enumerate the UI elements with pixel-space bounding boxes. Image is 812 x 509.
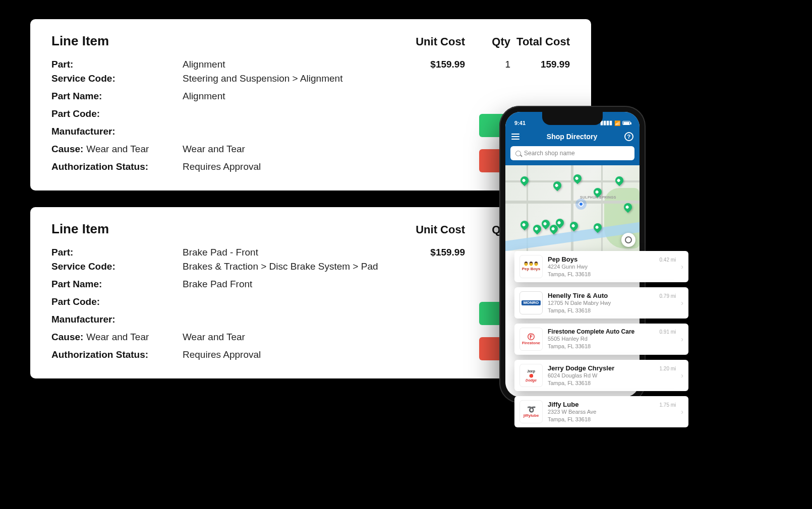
- app-bar: Shop Directory ?: [505, 127, 640, 146]
- shop-distance: 0.42 mi: [660, 257, 676, 263]
- value-part-name: Alignment: [183, 91, 394, 102]
- shop-row[interactable]: ➰jiffylube Jiffy Lube 1.75 mi 2323 W Bea…: [514, 396, 688, 427]
- value-part-name: Brake Pad Front: [183, 279, 394, 290]
- shop-logo: MONRO: [519, 291, 543, 314]
- label-part: Part:: [51, 247, 73, 258]
- chevron-right-icon: ›: [681, 335, 683, 343]
- label-part-name: Part Name:: [51, 279, 102, 290]
- label-auth-status: Authorization Status:: [51, 161, 148, 172]
- value-manufacturer: [183, 126, 394, 137]
- shop-distance: 1.75 mi: [660, 402, 676, 408]
- shop-row[interactable]: Jeep🔴Dodge Jerry Dodge Chrysler 1.20 mi …: [514, 360, 688, 391]
- value-cause: Wear and Tear: [183, 332, 394, 343]
- chevron-right-icon: ›: [681, 263, 683, 271]
- help-icon[interactable]: ?: [624, 132, 633, 141]
- shop-address-line2: Tampa, FL 33618: [548, 416, 676, 423]
- shop-address-line1: 5505 Hanley Rd: [548, 335, 676, 343]
- wifi-icon: [614, 120, 620, 126]
- chevron-right-icon: ›: [681, 299, 683, 307]
- label-manufacturer: Manufacturer:: [51, 314, 115, 325]
- shop-logo: ➰jiffylube: [519, 400, 543, 423]
- header-total-cost: Total Cost: [510, 35, 570, 48]
- label-cause: Cause:: [51, 144, 83, 155]
- label-part: Part:: [51, 59, 73, 70]
- shop-logo: Jeep🔴Dodge: [519, 364, 543, 387]
- header-line-item: Line Item: [51, 33, 394, 49]
- label-part-code: Part Code:: [51, 108, 100, 119]
- value-total-cost: 159.99: [510, 59, 570, 70]
- search-icon: [515, 151, 521, 156]
- search-input[interactable]: Search shop name: [510, 146, 634, 160]
- shop-address-line2: Tampa, FL 33618: [548, 379, 676, 387]
- value-manufacturer: [183, 314, 394, 325]
- value-part-code: [183, 108, 394, 119]
- search-placeholder: Search shop name: [524, 150, 575, 157]
- map-pin-icon[interactable]: [532, 223, 543, 235]
- app-title: Shop Directory: [547, 133, 597, 141]
- shop-logo: ⒻFirestone: [519, 328, 543, 351]
- shop-name: Jiffy Lube: [548, 401, 578, 408]
- shop-row[interactable]: MONRO Henelly Tire & Auto 0.79 mi 12705 …: [514, 287, 688, 319]
- shop-distance: 0.79 mi: [660, 293, 676, 299]
- map-pin-icon[interactable]: [614, 175, 625, 186]
- map-view[interactable]: SULPHUR SPRINGS: [505, 165, 640, 251]
- phone-notch: [542, 112, 603, 125]
- value-unit-cost: $159.99: [394, 247, 465, 258]
- header-qty: Qty: [465, 35, 510, 48]
- label-part-name: Part Name:: [51, 91, 102, 102]
- label-manufacturer: Manufacturer:: [51, 126, 115, 137]
- shop-address-line2: Tampa, FL 33618: [548, 271, 676, 278]
- value-cause-inline: Wear and Tear: [86, 332, 149, 343]
- header-unit-cost: Unit Cost: [394, 35, 465, 48]
- label-part-code: Part Code:: [51, 296, 100, 307]
- status-time: 9:41: [514, 120, 526, 126]
- shop-address-line2: Tampa, FL 33618: [548, 307, 676, 314]
- chevron-right-icon: ›: [681, 408, 683, 416]
- label-cause: Cause:: [51, 332, 83, 343]
- shop-address-line2: Tampa, FL 33618: [548, 343, 676, 350]
- shop-distance: 0.91 mi: [660, 329, 676, 335]
- label-service-code: Service Code:: [51, 73, 115, 84]
- map-pin-icon[interactable]: [568, 220, 580, 232]
- shop-row[interactable]: ⒻFirestone Firestone Complete Auto Care …: [514, 324, 688, 355]
- header-line-item: Line Item: [51, 221, 394, 237]
- value-service-code: Steering and Suspension > Alignment: [183, 73, 394, 84]
- shop-row[interactable]: 👨👨👨Pep Boys Pep Boys 0.42 mi 4224 Gunn H…: [514, 251, 688, 282]
- shop-address-line1: 6024 Douglas Rd W: [548, 372, 676, 379]
- value-cause: Wear and Tear: [183, 144, 394, 155]
- locate-me-button[interactable]: [621, 233, 635, 247]
- label-auth-status: Authorization Status:: [51, 349, 148, 360]
- value-unit-cost: $159.99: [394, 59, 465, 70]
- shop-name: Firestone Complete Auto Care: [548, 328, 634, 335]
- shop-address-line1: 12705 N Dale Mabry Hwy: [548, 299, 676, 307]
- value-service-code: Brakes & Traction > Disc Brake System > …: [183, 261, 394, 272]
- shop-name: Jerry Dodge Chrysler: [548, 364, 614, 372]
- value-part: Brake Pad - Front: [183, 247, 394, 258]
- shop-address-line1: 2323 W Bearss Ave: [548, 408, 676, 416]
- shop-address-line1: 4224 Gunn Hwy: [548, 263, 676, 271]
- value-part-code: [183, 296, 394, 307]
- shop-logo: 👨👨👨Pep Boys: [519, 255, 543, 278]
- map-pin-icon[interactable]: [519, 219, 531, 231]
- chevron-right-icon: ›: [681, 371, 683, 379]
- value-auth-status: Requires Approval: [183, 349, 394, 360]
- shop-distance: 1.20 mi: [660, 366, 676, 371]
- value-qty: 1: [465, 59, 510, 70]
- shop-name: Henelly Tire & Auto: [548, 292, 608, 299]
- menu-icon[interactable]: [511, 134, 519, 140]
- label-service-code: Service Code:: [51, 261, 115, 272]
- current-location-dot: [578, 202, 584, 207]
- signal-icon: ▮▮▮▮: [600, 119, 612, 126]
- battery-icon: [622, 121, 630, 125]
- value-part: Alignment: [183, 59, 394, 70]
- map-pin-icon[interactable]: [519, 175, 531, 186]
- header-unit-cost: Unit Cost: [394, 223, 465, 236]
- shop-name: Pep Boys: [548, 256, 577, 263]
- value-auth-status: Requires Approval: [183, 161, 394, 172]
- value-cause-inline: Wear and Tear: [86, 144, 149, 155]
